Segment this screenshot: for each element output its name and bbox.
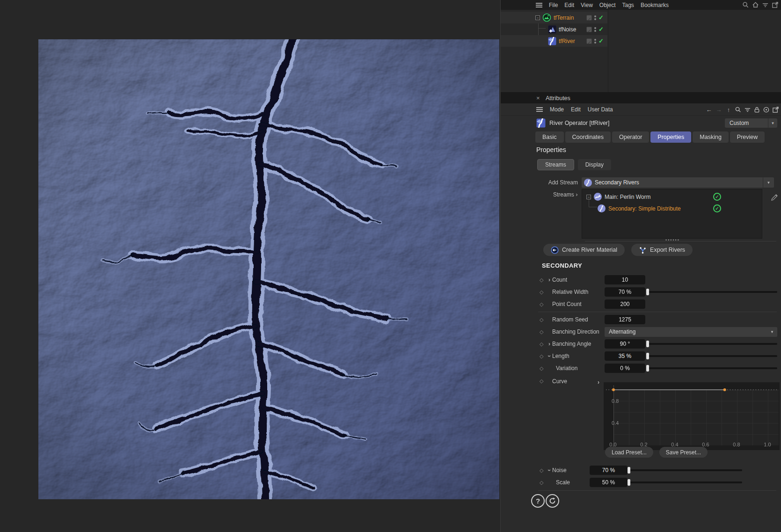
relative-width-slider[interactable] [648, 291, 777, 293]
random-seed-field[interactable]: 1275 [605, 315, 645, 324]
chevron-right-icon[interactable]: › [598, 379, 599, 386]
curve-editor[interactable]: 0.8 0.4 0.0 0.2 0.4 0.6 0.8 1.0 [604, 382, 780, 450]
menu-tags[interactable]: Tags [622, 2, 634, 8]
tab-coordinates[interactable]: Coordinates [565, 131, 611, 143]
forward-arrow-icon[interactable]: → [715, 106, 723, 113]
visibility-dots-icon[interactable] [594, 27, 596, 32]
menu-view[interactable]: View [581, 2, 593, 8]
parameters: ◇ › Count 10 ◇ Relative Width 70 % ◇ Poi… [501, 274, 781, 450]
scale-field[interactable]: 50 % [590, 478, 628, 487]
tab-masking[interactable]: Masking [693, 131, 729, 143]
object-name[interactable]: tfTerrain [554, 15, 574, 21]
expander-icon[interactable]: − [586, 195, 591, 199]
popout-icon[interactable] [772, 1, 779, 8]
layer-badge-icon[interactable] [586, 38, 592, 44]
key-diamond-icon[interactable]: ◇ [540, 301, 543, 307]
object-name[interactable]: tfRiver [559, 38, 575, 44]
key-diamond-icon[interactable]: ◇ [540, 341, 543, 347]
menu-user-data[interactable]: User Data [588, 106, 613, 113]
help-button[interactable]: ? [531, 494, 545, 508]
home-icon[interactable] [752, 1, 759, 8]
create-river-material-button[interactable]: Create River Material [543, 244, 625, 256]
relative-width-field[interactable]: 70 % [605, 287, 645, 297]
menu-icon[interactable] [536, 3, 542, 7]
object-name[interactable]: tfNoise [559, 26, 576, 33]
load-preset-button[interactable]: Load Preset... [605, 447, 653, 458]
visibility-dots-icon[interactable] [594, 39, 596, 44]
layer-badge-icon[interactable] [586, 27, 592, 32]
menu-edit[interactable]: Edit [571, 106, 581, 113]
preset-dropdown[interactable]: Custom ▼ [725, 118, 777, 128]
lock-icon[interactable] [753, 106, 760, 113]
close-icon[interactable]: × [536, 95, 540, 102]
export-rivers-button[interactable]: Export Rivers [631, 244, 693, 256]
filter-icon[interactable] [762, 1, 769, 8]
menu-bookmarks[interactable]: Bookmarks [641, 2, 669, 8]
key-diamond-icon[interactable]: ◇ [540, 365, 543, 372]
tab-basic[interactable]: Basic [535, 131, 564, 143]
length-slider[interactable] [648, 355, 777, 357]
enabled-check-icon[interactable]: ✓ [599, 14, 604, 21]
object-row-tfriver[interactable]: tfRiver ✓ [501, 35, 607, 47]
object-row-tfnoise[interactable]: tfNoise ✓ [501, 23, 607, 35]
stream-enabled-icon[interactable]: ✓ [713, 193, 721, 201]
river-icon [536, 118, 546, 128]
key-diamond-icon[interactable]: ◇ [540, 289, 543, 295]
enabled-check-icon[interactable]: ✓ [599, 26, 604, 33]
visibility-dots-icon[interactable] [594, 15, 596, 20]
save-preset-button[interactable]: Save Preset... [659, 447, 708, 458]
key-diamond-icon[interactable]: ◇ [540, 480, 543, 486]
key-diamond-icon[interactable]: ◇ [540, 353, 543, 359]
add-stream-dropdown[interactable]: Secondary Rivers ▼ [582, 177, 774, 188]
variation-field[interactable]: 0 % [605, 364, 645, 373]
target-icon[interactable] [763, 106, 770, 113]
tab-operator[interactable]: Operator [612, 131, 649, 143]
banching-direction-dropdown[interactable]: Alternating ▼ [605, 327, 777, 337]
banching-angle-field[interactable]: 90 ° [605, 339, 645, 349]
reset-button[interactable] [546, 494, 559, 508]
chevron-down-icon[interactable]: › [546, 468, 553, 473]
subtab-display[interactable]: Display [578, 159, 611, 170]
popout-icon[interactable] [772, 106, 779, 113]
variation-slider[interactable] [648, 367, 777, 369]
key-diamond-icon[interactable]: ◇ [540, 467, 543, 474]
key-diamond-icon[interactable]: ◇ [540, 317, 543, 323]
menu-file[interactable]: File [549, 2, 558, 8]
filter-icon[interactable] [744, 106, 751, 113]
key-diamond-icon[interactable]: ◇ [540, 277, 543, 283]
chevron-down-icon[interactable]: › [546, 354, 553, 358]
count-field[interactable]: 10 [605, 275, 645, 284]
search-icon[interactable] [735, 106, 742, 113]
menu-icon[interactable] [536, 107, 543, 112]
noise-field[interactable]: 70 % [590, 466, 628, 475]
key-diamond-icon[interactable]: ◇ [540, 329, 543, 335]
length-field[interactable]: 35 % [605, 351, 645, 361]
point-count-field[interactable]: 200 [605, 299, 645, 309]
enabled-check-icon[interactable]: ✓ [599, 37, 604, 44]
banching-angle-slider[interactable] [648, 343, 777, 345]
chevron-right-icon[interactable]: › [547, 341, 552, 347]
tab-preview[interactable]: Preview [730, 131, 765, 143]
chevron-right-icon[interactable]: › [547, 277, 552, 283]
pen-icon[interactable] [771, 194, 778, 201]
stream-item-secondary[interactable]: Secondary: Simple Distribute ✓ [582, 203, 762, 214]
noise-slider[interactable] [629, 469, 742, 471]
tab-properties[interactable]: Properties [650, 131, 691, 143]
back-arrow-icon[interactable]: ← [705, 106, 713, 113]
curve-line[interactable] [604, 382, 780, 450]
object-row-tfterrain[interactable]: − tfTerrain ✓ [501, 12, 607, 23]
menu-edit[interactable]: Edit [564, 2, 574, 8]
search-icon[interactable] [742, 1, 749, 8]
stream-enabled-icon[interactable]: ✓ [713, 204, 721, 212]
menu-mode[interactable]: Mode [550, 106, 564, 113]
resize-grip[interactable]: •••••• [665, 238, 680, 242]
layer-badge-icon[interactable] [586, 15, 592, 21]
expander-icon[interactable]: − [535, 15, 540, 20]
menu-object[interactable]: Object [599, 2, 616, 8]
up-arrow-icon[interactable]: ↑ [725, 106, 732, 113]
scale-slider[interactable] [629, 481, 742, 483]
viewport-canvas[interactable] [0, 0, 500, 532]
stream-item-main[interactable]: − Main: Perlin Worm ✓ [582, 191, 762, 203]
key-diamond-icon[interactable]: ◇ [540, 378, 543, 384]
subtab-streams[interactable]: Streams [537, 159, 574, 170]
